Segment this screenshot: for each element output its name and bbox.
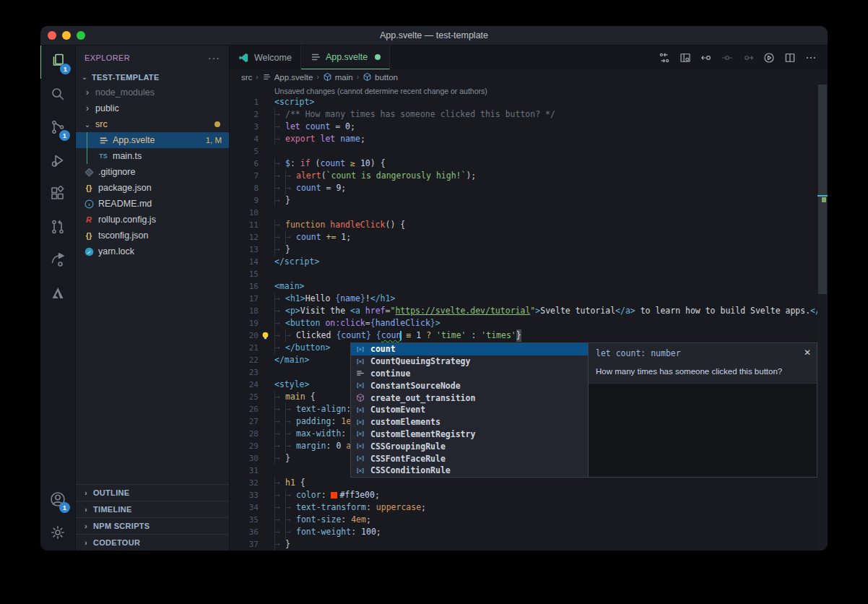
code-line-19[interactable]: 19→<button on:click={handleClick}> [230,317,828,329]
code-line-20[interactable]: 20→→Clicked {count} {coun ≡ 1 ? 'time' :… [230,329,828,342]
chevron-down-icon: ⌄ [80,73,89,81]
code-line-10[interactable]: 10 [230,207,828,219]
suggest-widget: countCountQueuingStrategycontinueConstan… [350,342,589,478]
code-line-14[interactable]: 14</script> [230,256,828,268]
gutter [259,415,274,428]
suggestion-item-customevent[interactable]: CustomEvent [351,404,588,416]
code-line-7[interactable]: 7→→alert(`count is dangerously high!`); [230,170,828,182]
file-tree-item-tsconfig-json[interactable]: {}tsconfig.json [76,228,229,243]
explorer-activity-button[interactable]: 1 [40,46,76,79]
scrollbar-thumb[interactable] [818,85,827,294]
more-actions-icon[interactable]: ··· [208,52,220,64]
editor-scrollbar[interactable] [817,85,828,551]
tab-whitespace-arrow: → [274,182,285,194]
code-line-11[interactable]: 11→function handleClick() { [230,219,828,231]
code-line-16[interactable]: 16<main> [230,280,828,293]
project-root-row[interactable]: ⌄ TEST-TEMPLATE [76,69,229,85]
module-icon [354,392,366,403]
suggestion-item-countqueuingstrategy[interactable]: CountQueuingStrategy [351,355,588,368]
line-number: 1 [230,96,259,108]
file-tree-item-yarn-lock[interactable]: yarn.lock [76,243,229,259]
suggestion-item-cssgroupingrule[interactable]: CSSGroupingRule [351,440,588,452]
suggestion-item-constantsourcenode[interactable]: ConstantSourceNode [351,379,588,392]
suggestion-item-customelements[interactable]: customElements [351,416,588,428]
go-back-icon[interactable] [698,50,714,66]
file-tree-item--gitignore[interactable]: .gitignore [76,164,229,180]
search-activity-button[interactable] [40,79,75,112]
code-line-18[interactable]: 18→<p>Visit the <a href="https://svelte.… [230,305,828,317]
breadcrumb-item-main[interactable]: main [323,72,353,82]
suggestion-item-count[interactable]: count [351,343,588,355]
file-tree-item-rollup-config-js[interactable]: Rrollup.config.js [76,212,229,228]
settings-gear-button[interactable] [40,517,75,551]
split-editor-icon[interactable] [782,50,798,66]
suggestion-item-create-out-transition[interactable]: create_out_transition [351,392,588,404]
sidebar-panel-outline[interactable]: ›OUTLINE [76,484,229,501]
extensions-activity-button[interactable] [40,178,75,212]
breadcrumb-item-button[interactable]: button [363,72,398,82]
code-line-34[interactable]: 34→→text-transform: uppercase; [230,501,828,514]
sidebar-panel-npm-scripts[interactable]: ›NPM SCRIPTS [76,517,229,534]
breadcrumb-item-src[interactable]: src [241,73,252,82]
code-editor[interactable]: Unsaved changes (cannot determine recent… [230,85,828,551]
code-line-15[interactable]: 15 [230,268,828,280]
code-line-32[interactable]: 32→h1 { [230,477,828,489]
code-line-37[interactable]: 37→} [230,538,828,551]
suggestion-label: CSSGroupingRule [370,441,446,452]
open-preview-icon[interactable] [677,50,693,66]
lightbulb-icon[interactable] [261,331,270,340]
file-tree-item-main-ts[interactable]: TSmain.ts [76,148,229,164]
file-tree-item-app-svelte[interactable]: App.svelte1, M [76,132,229,148]
tab-welcome[interactable]: Welcome [230,46,301,69]
file-tree-item-readme-md[interactable]: README.md [76,196,229,212]
github-pull-requests-activity-button[interactable] [40,212,75,245]
code-line-9[interactable]: 9→} [230,194,828,207]
code-line-35[interactable]: 35→→font-size: 4em; [230,514,828,526]
code-line-2[interactable]: 2→/** How many times has someone clicked… [230,108,828,121]
file-tree-item-node-modules[interactable]: ›node_modules [76,85,229,100]
azure-activity-button[interactable] [40,278,75,311]
code-line-1[interactable]: 1<script> [230,96,828,108]
open-changes-icon[interactable] [656,50,672,66]
suggestion-item-customelementregistry[interactable]: CustomElementRegistry [351,428,588,441]
code-line-36[interactable]: 36→→font-weight: 100; [230,526,828,538]
code-line-33[interactable]: 33→→color: #ff3e00; [230,489,828,501]
suggestion-item-cssfontfacerule[interactable]: CSSFontFaceRule [351,452,588,465]
next-change-icon[interactable] [740,50,756,66]
source-control-activity-button[interactable]: 1 [40,112,75,145]
suggestion-item-cssconditionrule[interactable]: CSSConditionRule [351,465,588,477]
close-icon[interactable]: ✕ [804,348,811,358]
code-line-3[interactable]: 3→let count = 0; [230,121,828,133]
suggestion-label: continue [370,368,410,379]
tab-app-svelte[interactable]: App.svelte [301,46,390,69]
more-actions-icon[interactable] [803,50,819,66]
sidebar-panel-codetour[interactable]: ›CODETOUR [76,534,229,551]
live-share-activity-button[interactable] [40,245,75,278]
file-tree: ›node_modules›public⌄srcApp.svelte1, MTS… [76,85,229,259]
code-line-17[interactable]: 17→<h1>Hello {name}!</h1> [230,293,828,305]
file-name: README.md [98,199,152,209]
run-icon[interactable] [761,50,777,66]
file-tree-item-src[interactable]: ⌄src [76,116,229,132]
code-line-13[interactable]: 13→} [230,243,828,256]
code-token: ; [360,133,365,145]
code-token: () { [385,219,405,231]
chevron-right-icon: › [82,539,90,547]
file-tree-item-package-json[interactable]: {}package.json [76,180,229,196]
file-tree-item-public[interactable]: ›public [76,100,229,116]
breadcrumb-item-app-svelte[interactable]: App.svelte [262,72,313,82]
code-line-8[interactable]: 8→→count = 9; [230,182,828,194]
suggestion-item-continue[interactable]: continue [351,368,588,380]
sidebar-panel-timeline[interactable]: ›TIMELINE [76,501,229,517]
previous-change-icon[interactable] [719,50,735,66]
code-line-6[interactable]: 6→$: if (count ≥ 10) { [230,158,828,170]
suggestion-label: customElements [370,417,440,427]
run-debug-activity-button[interactable] [40,145,75,178]
code-token: ; [350,121,355,133]
code-line-4[interactable]: 4→export let name; [230,133,828,145]
accounts-button[interactable]: 1 [40,484,75,517]
line-content [274,145,828,158]
extensions-icon [49,185,66,205]
code-line-12[interactable]: 12→→count += 1; [230,231,828,243]
code-line-5[interactable]: 5 [230,145,828,158]
